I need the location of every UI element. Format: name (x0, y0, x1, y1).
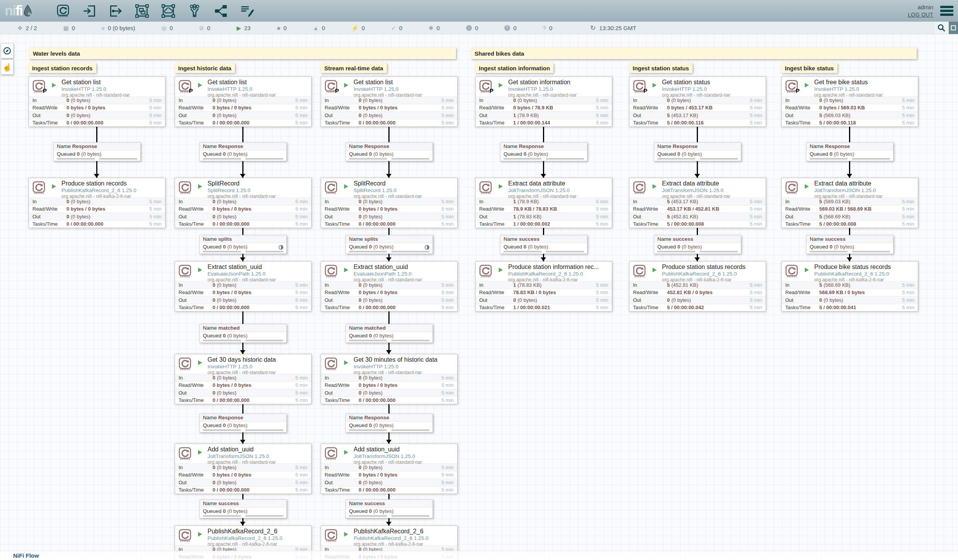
stat-value: 0 bytes / 0 bytes (66, 206, 107, 212)
connection-name-row: Name Response (500, 143, 587, 150)
processor[interactable]: Get 30 minutes of historic dataInvokeHTT… (321, 354, 458, 404)
stat-value: 0(0 bytes) (359, 465, 383, 470)
remote-process-group-button[interactable] (160, 3, 176, 19)
hand-pointer-icon: ☝ (2, 63, 12, 71)
logout-link[interactable]: LOG OUT (908, 11, 933, 18)
processor[interactable]: SplitRecordSplitRecord 1.25.0org.apache.… (175, 178, 311, 228)
processor-type-icon (324, 528, 339, 543)
connection-label[interactable]: Name ResponseQueued 0 (0 bytes) (53, 142, 141, 161)
processor[interactable]: Extract station_uuidEvaluateJsonPath 1.2… (321, 261, 458, 311)
navigate-button[interactable] (1, 43, 14, 58)
processor[interactable]: Extract data attributeJoltTransformJSON … (475, 178, 612, 228)
processor-button[interactable] (55, 3, 71, 19)
flow-label[interactable]: Ingest bike status (781, 63, 837, 73)
process-group-button[interactable] (134, 3, 150, 19)
processor[interactable]: Produce bike status recordsPublishKafkaR… (781, 261, 918, 311)
stat-time-window: 5 min (295, 390, 308, 396)
processor-type: JoltTransformJSON 1.25.0 (208, 453, 311, 459)
connection-label[interactable]: Name ResponseQueued 0 (0 bytes) (199, 142, 287, 161)
connection-label[interactable]: Name ResponseQueued 0 (0 bytes) (345, 414, 433, 432)
processor[interactable]: Extract station_uuidEvaluateJsonPath 1.2… (175, 261, 311, 311)
output-port-button[interactable] (107, 3, 124, 19)
processor-stats: In0(0 bytes)5 minRead/Write0 bytes / 0 b… (321, 281, 457, 311)
global-menu-button[interactable] (940, 6, 953, 16)
processor[interactable]: Extract data attributeJoltTransformJSON … (629, 178, 766, 228)
stat-label: Tasks/Time (479, 305, 513, 310)
connection-label[interactable]: Name successQueued 0 (0 bytes) (345, 499, 433, 518)
connection-arrowhead (240, 174, 245, 178)
flow-label[interactable]: Ingest station records (29, 63, 96, 73)
connection-label[interactable]: Name matchedQueued 0 (0 bytes) (345, 324, 433, 343)
stat-value: 0(0 bytes) (359, 390, 383, 396)
connection-label[interactable]: Name ResponseQueued 0 (0 bytes) (199, 414, 287, 432)
processor-bundle: org.apache.nifi - nifi-kafka-2-6-nar (208, 541, 311, 547)
processor[interactable]: PGet free bike statusInvokeHTTP 1.25.0or… (781, 77, 918, 127)
stat-row: Read/Write0 bytes / 0 bytes5 min (175, 289, 311, 296)
input-port-button[interactable] (81, 3, 97, 19)
connection-label[interactable]: Name successQueued 0 (0 bytes) (199, 499, 287, 518)
pan-tool-button[interactable]: ☝ (1, 60, 14, 75)
connection-label[interactable]: Name successQueued 0 (0 bytes) (500, 235, 587, 254)
group-label[interactable]: Water levels data (29, 48, 456, 59)
breadcrumb[interactable]: NiFi Flow (13, 552, 39, 559)
processor-bundle: org.apache.nifi - nifi-standard-nar (354, 370, 457, 375)
connection-label[interactable]: Name ResponseQueued 0 (0 bytes) (345, 142, 433, 161)
processor[interactable]: Add station_uuidJoltTransformJSON 1.25.0… (175, 444, 311, 494)
connection-label[interactable]: Name ResponseQueued 0 (0 bytes) (500, 142, 587, 161)
processor[interactable]: PGet station statusInvokeHTTP 1.25.0org.… (629, 77, 766, 127)
not-transmitting-icon: ⊘ (199, 25, 204, 31)
flow-label[interactable]: Ingest station status (629, 63, 693, 73)
connection-queued-row: Queued 0 (0 bytes) (346, 422, 432, 429)
running-status-icon (344, 184, 349, 189)
processor[interactable]: Produce station recordsPublishKafkaRecor… (29, 178, 165, 228)
connection-label[interactable]: Name ResponseQueued 0 (0 bytes) (654, 142, 741, 161)
processor-bundle: org.apache.nifi - nifi-standard-nar (208, 277, 311, 283)
flow-canvas[interactable]: Water levels dataShared bikes dataIngest… (0, 34, 958, 560)
stat-row: Read/Write0 bytes / 569.03 KB5 min (782, 104, 918, 112)
running-status-icon (652, 184, 657, 189)
flow-label[interactable]: Stream real-time data (321, 63, 387, 73)
connection-label[interactable]: Name splitsQueued 0 (0 bytes) (199, 235, 287, 254)
processor[interactable]: Add station_uuidJoltTransformJSON 1.25.0… (321, 444, 458, 494)
processor[interactable]: PGet station listInvokeHTTP 1.25.0org.ap… (29, 77, 165, 127)
connection-label[interactable]: Name successQueued 0 (0 bytes) (806, 235, 893, 254)
processor-icon (56, 4, 70, 18)
refresh-status[interactable]: ↻ 13:30:25 GMT (590, 24, 636, 32)
processor[interactable]: Produce station information rec...Publis… (475, 261, 612, 311)
search-button[interactable] (934, 22, 949, 34)
processor-titles: Get station informationInvokeHTTP 1.25.0… (508, 77, 612, 98)
processor[interactable]: PGet station informationInvokeHTTP 1.25.… (475, 77, 612, 127)
connection-label[interactable]: Name ResponseQueued 0 (0 bytes) (806, 142, 893, 161)
connection-label[interactable]: Name successQueued 0 (0 bytes) (654, 235, 741, 254)
stat-label: Read/Write (325, 206, 359, 212)
flow-label[interactable]: Ingest station information (475, 63, 553, 73)
queue-percent-bars (200, 250, 286, 254)
stat-value: 0 bytes / 0 bytes (213, 206, 253, 212)
label-button[interactable] (239, 3, 255, 19)
group-label[interactable]: Shared bikes data (471, 48, 917, 59)
invalid-icon: ▲ (313, 25, 319, 31)
stat-time-window: 5 min (149, 120, 162, 126)
flow-label[interactable]: Ingest historic data (175, 63, 235, 73)
processor[interactable]: Extract data attributeJoltTransformJSON … (781, 178, 918, 228)
processor-stats: In0(0 bytes)5 minRead/Write0 bytes / 0 b… (321, 463, 457, 494)
panel-toggle-button[interactable] (949, 22, 958, 34)
processor[interactable]: PGet station listInvokeHTTP 1.25.0org.ap… (321, 77, 458, 127)
template-button[interactable] (213, 3, 229, 19)
processor[interactable]: Get 30 days historic dataInvokeHTTP 1.25… (175, 354, 311, 404)
processor[interactable]: Produce station status recordsPublishKaf… (629, 261, 766, 311)
funnel-button[interactable] (186, 3, 202, 19)
processor-header: Extract station_uuidEvaluateJsonPath 1.2… (175, 262, 311, 281)
load-balance-icon (278, 245, 284, 250)
stat-time-window: 5 min (596, 206, 608, 212)
processor-type: EvaluateJsonPath 1.25.0 (208, 271, 311, 277)
processor[interactable]: PGet station listInvokeHTTP 1.25.0org.ap… (175, 77, 311, 127)
processor-type: InvokeHTTP 1.25.0 (508, 86, 612, 92)
connection-label[interactable]: Name splitsQueued 0 (0 bytes) (345, 235, 433, 254)
queue-percent-bars (200, 429, 286, 432)
stat-time-window: 5 min (902, 105, 914, 111)
cluster-status: ❖2 / 2 (17, 25, 37, 31)
connection-label[interactable]: Name matchedQueued 0 (0 bytes) (199, 324, 287, 343)
processor[interactable]: SplitRecordSplitRecord 1.25.0org.apache.… (321, 178, 458, 228)
locally-modified-status: ✱0 (429, 25, 440, 31)
